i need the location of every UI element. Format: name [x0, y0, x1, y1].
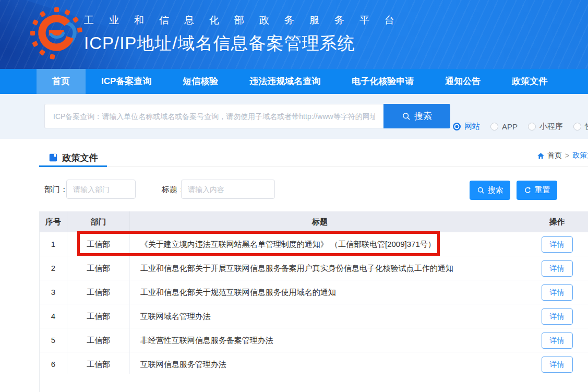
- page-title: ICP/IP地址/域名信息备案管理系统: [84, 32, 410, 55]
- table-row: 2 工信部 工业和信息化部关于开展互联网信息服务备案用户真实身份信息电子化核验试…: [40, 256, 588, 280]
- row-op-cell: 详情: [510, 304, 588, 328]
- section-tab-row: 政策文件 首页 > 政策文件: [0, 146, 588, 168]
- icp-search-button-label: 搜索: [414, 110, 432, 122]
- table-row: 5 工信部 非经营性互联网信息服务备案管理办法 详情: [40, 328, 588, 352]
- row-op-cell: 详情: [510, 280, 588, 304]
- table-row: 6 工信部 互联网信息服务管理办法 详情: [40, 352, 588, 376]
- breadcrumb-separator: >: [565, 151, 569, 160]
- filter-bar: 部门： 标题： 搜索 重置: [0, 180, 588, 199]
- detail-button[interactable]: 详情: [542, 308, 573, 325]
- breadcrumb: 首页 > 政策文件: [537, 151, 588, 160]
- site-header: 工业和信息化部政务服务平台 ICP/IP地址/域名信息备案管理系统: [0, 0, 588, 69]
- filter-reset-button[interactable]: 重置: [517, 181, 557, 200]
- row-dept: 工信部: [67, 280, 130, 304]
- search-type-label: 小程序: [539, 122, 563, 132]
- row-title: 非经营性互联网信息服务备案管理办法: [130, 328, 510, 352]
- row-title: 工业和信息化部关于开展互联网信息服务备案用户真实身份信息电子化核验试点工作的通知: [130, 256, 510, 280]
- tab-label: 政策文件: [63, 152, 98, 164]
- radio-selected-icon: [453, 123, 461, 130]
- row-dept: 工信部: [67, 232, 130, 256]
- search-icon: [402, 112, 411, 121]
- row-dept: 工信部: [67, 328, 130, 352]
- tab-divider: [39, 167, 588, 167]
- nav-item-link[interactable]: 违法违规域名查询: [234, 69, 336, 94]
- nav-item-active[interactable]: 首页: [37, 69, 86, 94]
- table-header-row: 序号 部门 标题 操作: [40, 211, 588, 232]
- row-op-cell: 详情: [510, 328, 588, 352]
- detail-button[interactable]: 详情: [542, 260, 573, 277]
- filter-search-button[interactable]: 搜索: [470, 181, 510, 200]
- search-type-label: APP: [502, 122, 518, 131]
- dept-filter-label: 部门：: [44, 185, 68, 195]
- search-type-group: 网站APP小程序快应用: [453, 94, 588, 139]
- search-type-radio[interactable]: 快应用: [573, 122, 588, 132]
- search-type-radio[interactable]: 小程序: [528, 122, 563, 132]
- main-nav: 首页ICP备案查询短信核验违法违规域名查询电子化核验申请通知公告政策文件: [0, 69, 588, 94]
- col-header-no: 序号: [40, 211, 67, 232]
- row-op-cell: 详情: [510, 352, 588, 376]
- breadcrumb-home-link[interactable]: 首页: [537, 151, 562, 160]
- title-filter-input[interactable]: [181, 180, 275, 199]
- search-type-radio[interactable]: APP: [490, 122, 518, 131]
- header-subtitle: 工业和信息化部政务服务平台: [84, 14, 410, 27]
- row-op-cell: 详情: [510, 232, 588, 256]
- dept-filter-input[interactable]: [66, 180, 136, 199]
- row-title: 互联网域名管理办法: [130, 304, 510, 328]
- row-no: 4: [40, 304, 67, 328]
- row-dept: 工信部: [67, 256, 130, 280]
- breadcrumb-home-label: 首页: [547, 151, 562, 160]
- row-op-cell: 详情: [510, 256, 588, 280]
- col-header-dept: 部门: [67, 211, 130, 232]
- icp-search-bar: 搜索 网站APP小程序快应用: [0, 94, 588, 139]
- row-dept: 工信部: [67, 304, 130, 328]
- row-title: 《关于建立境内违法互联网站黑名单管理制度的通知》 （工信部联电管[2009]37…: [130, 232, 510, 256]
- row-no: 1: [40, 232, 67, 256]
- nav-item-link[interactable]: 短信核验: [167, 69, 234, 94]
- row-no: 2: [40, 256, 67, 280]
- detail-button[interactable]: 详情: [542, 332, 573, 349]
- radio-icon: [490, 123, 498, 130]
- breadcrumb-current: 政策文件: [572, 151, 588, 160]
- table-row: 1 工信部 《关于建立境内违法互联网站黑名单管理制度的通知》 （工信部联电管[2…: [40, 232, 588, 256]
- tab-active-underline: [39, 165, 107, 167]
- tab-policy-files[interactable]: 政策文件: [39, 148, 107, 167]
- row-no: 5: [40, 328, 67, 352]
- detail-button[interactable]: 详情: [542, 236, 573, 253]
- table-row: 3 工信部 工业和信息化部关于规范互联网信息服务使用域名的通知 详情: [40, 280, 588, 304]
- table-footer-area: [39, 374, 588, 392]
- row-no: 6: [40, 352, 67, 376]
- book-icon: [49, 153, 58, 162]
- nav-item-link[interactable]: 通知公告: [429, 69, 496, 94]
- detail-button[interactable]: 详情: [542, 357, 573, 373]
- row-title: 互联网信息服务管理办法: [130, 352, 510, 376]
- row-no: 3: [40, 280, 67, 304]
- radio-icon: [573, 123, 581, 130]
- table-body: 1 工信部 《关于建立境内违法互联网站黑名单管理制度的通知》 （工信部联电管[2…: [40, 232, 588, 376]
- radio-icon: [528, 123, 536, 130]
- search-type-label: 网站: [464, 122, 480, 132]
- table-row: 4 工信部 互联网域名管理办法 详情: [40, 304, 588, 328]
- search-type-radio[interactable]: 网站: [453, 122, 480, 132]
- filter-search-label: 搜索: [488, 185, 503, 195]
- col-header-title: 标题: [130, 211, 510, 232]
- nav-item-link[interactable]: 政策文件: [496, 69, 563, 94]
- search-type-label: 快应用: [585, 122, 588, 132]
- miit-logo-icon: [30, 7, 83, 60]
- icp-search-button[interactable]: 搜索: [383, 104, 450, 128]
- icp-search-input[interactable]: [44, 104, 383, 128]
- nav-item-link[interactable]: 电子化核验申请: [336, 69, 429, 94]
- row-title: 工业和信息化部关于规范互联网信息服务使用域名的通知: [130, 280, 510, 304]
- col-header-op: 操作: [510, 211, 588, 232]
- home-icon: [537, 152, 545, 160]
- nav-item-link[interactable]: ICP备案查询: [86, 69, 167, 94]
- filter-reset-label: 重置: [535, 185, 550, 195]
- reset-icon: [524, 186, 532, 194]
- policy-table: 序号 部门 标题 操作 1 工信部 《关于建立境内违法互联网站黑名单管理制度的通…: [39, 211, 588, 376]
- row-dept: 工信部: [67, 352, 130, 376]
- detail-button[interactable]: 详情: [542, 284, 573, 301]
- search-icon: [477, 186, 485, 194]
